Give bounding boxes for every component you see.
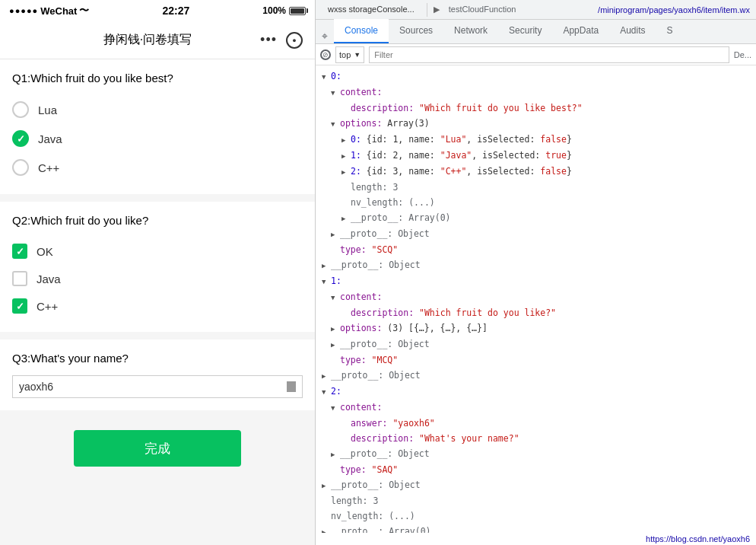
expand-options-0[interactable] (331, 116, 340, 131)
option-cpp-q1-label: C++ (38, 161, 59, 174)
expand-proto-0[interactable] (331, 227, 340, 241)
console-text: __proto__: Array(0) (331, 524, 431, 533)
console-text: type: (340, 353, 372, 367)
console-text: description: (351, 432, 419, 445)
console-toolbar: ⊘ top ▼ De... (316, 44, 756, 65)
option-ok[interactable]: OK (12, 237, 303, 265)
console-text: options: (340, 321, 387, 335)
expand-0[interactable] (322, 69, 331, 84)
tab-console[interactable]: Console (334, 19, 389, 43)
tab-sources[interactable]: Sources (389, 19, 443, 43)
option-cpp-q1[interactable]: C++ (12, 153, 303, 182)
radio-lua[interactable] (12, 101, 29, 118)
radio-java[interactable] (12, 130, 29, 147)
console-line: length: 3 (316, 180, 756, 195)
checkbox-java[interactable] (12, 271, 27, 286)
expand-content-2[interactable] (331, 400, 340, 415)
console-text: content: (340, 85, 382, 99)
wechat-panel: ●●●●● WeChat 〜 22:27 100% 挣闲钱·问卷填写 ••• ●… (0, 0, 316, 545)
context-select[interactable]: top ▼ (335, 46, 364, 63)
console-text: __proto__: Array(0) (351, 211, 451, 225)
tab-security[interactable]: Security (498, 19, 552, 43)
console-line: answer: "yaoxh6" (316, 416, 756, 431)
expand-content-1[interactable] (331, 290, 340, 304)
question-3-card: Q3:What's your name? yaoxh6 (0, 339, 315, 410)
option-cpp-q2[interactable]: C++ (12, 292, 303, 320)
more-icon[interactable]: ••• (260, 32, 277, 48)
console-text: __proto__: Object (340, 227, 430, 241)
tab-network[interactable]: Network (443, 19, 498, 43)
console-line: __proto__: Object (316, 368, 756, 384)
expand-proto-arr[interactable] (341, 211, 351, 225)
question-3-title: Q3:What's your name? (12, 352, 303, 365)
console-text: (3) [{…}, {…}, {…}] (387, 321, 488, 335)
status-bar: ●●●●● WeChat 〜 22:27 100% (0, 0, 315, 21)
console-text: answer: (351, 416, 392, 430)
devtools-file-tab-1[interactable]: wxss storageConsole... (322, 3, 421, 16)
expand-opt2[interactable] (341, 164, 351, 179)
radio-cpp[interactable] (12, 159, 29, 176)
question-2-card: Q2:Which fruit do you like? OK Java C++ (0, 202, 315, 332)
expand-proto-2c[interactable] (331, 447, 340, 461)
console-text: } (567, 148, 572, 162)
element-picker-icon[interactable]: ⌖ (319, 30, 331, 42)
console-line: nv_length: (...) (316, 508, 756, 524)
expand-proto-arr-root[interactable] (322, 524, 331, 533)
option-java[interactable]: Java (12, 124, 303, 153)
console-text: "Lua" (440, 132, 467, 146)
expand-content-0[interactable] (331, 85, 340, 100)
console-text: 0: (331, 69, 341, 83)
expand-proto-1c[interactable] (331, 337, 340, 352)
checkbox-cpp[interactable] (12, 298, 27, 314)
tab-audits[interactable]: Audits (609, 19, 656, 43)
console-line: 0: {id: 1, name: "Lua" , isSelected: fal… (316, 132, 756, 148)
console-line: __proto__: Object (316, 477, 756, 493)
console-line: 2: {id: 3, name: "C++" , isSelected: fal… (316, 164, 756, 180)
expand-opt1[interactable] (341, 148, 351, 163)
question-2-title: Q2:Which fruit do you like? (12, 214, 303, 227)
expand-proto-root-2[interactable] (322, 478, 331, 492)
tab-appdata[interactable]: AppData (552, 19, 609, 43)
submit-button[interactable]: 完成 (74, 430, 241, 467)
console-text: , isSelected: (466, 132, 540, 146)
tab-extra[interactable]: S (656, 19, 684, 43)
wifi-icon: 〜 (79, 4, 89, 18)
default-label: De... (734, 50, 751, 59)
expand-options-1[interactable] (331, 321, 340, 336)
app-name: WeChat (40, 5, 77, 17)
battery-icon (289, 7, 306, 15)
devtools-url: /miniprogram/pages/yaoxh6/item/item.wx (598, 5, 750, 14)
console-line: __proto__: Object (316, 257, 756, 273)
text-input-field[interactable]: yaoxh6 (12, 375, 303, 398)
clear-console-icon[interactable]: ⊘ (320, 49, 331, 60)
input-cursor (287, 381, 296, 392)
option-lua[interactable]: Lua (12, 95, 303, 124)
status-time: 22:27 (162, 5, 189, 17)
option-lua-label: Lua (38, 104, 57, 116)
record-icon[interactable]: ● (286, 32, 303, 49)
option-java-label: Java (38, 132, 62, 145)
console-line: __proto__: Object (316, 226, 756, 242)
expand-1[interactable] (322, 274, 331, 288)
expand-opt0[interactable] (341, 132, 351, 147)
checkbox-ok[interactable] (12, 244, 27, 259)
tab-divider (427, 3, 427, 17)
option-java-q2[interactable]: Java (12, 265, 303, 292)
console-line: 0: (316, 69, 756, 84)
console-line: __proto__: Object (316, 446, 756, 462)
filter-input[interactable] (369, 46, 729, 63)
expand-proto-root-0[interactable] (322, 258, 331, 272)
console-text: , isSelected: (466, 164, 540, 178)
console-line: __proto__: Array(0) (316, 524, 756, 533)
devtools-file-tab-2[interactable]: testCloudFunction (443, 3, 523, 16)
console-text: Array(3) (387, 116, 429, 130)
console-line: description: "What's your name?" (316, 431, 756, 446)
console-line: __proto__: Array(0) (316, 210, 756, 226)
console-text: __proto__: Object (340, 337, 430, 351)
console-text: description: (351, 306, 419, 320)
console-text: false (540, 164, 567, 178)
console-text: type: (340, 463, 372, 476)
console-text: content: (340, 400, 382, 414)
expand-2[interactable] (322, 384, 331, 399)
expand-proto-root-1[interactable] (322, 368, 331, 383)
